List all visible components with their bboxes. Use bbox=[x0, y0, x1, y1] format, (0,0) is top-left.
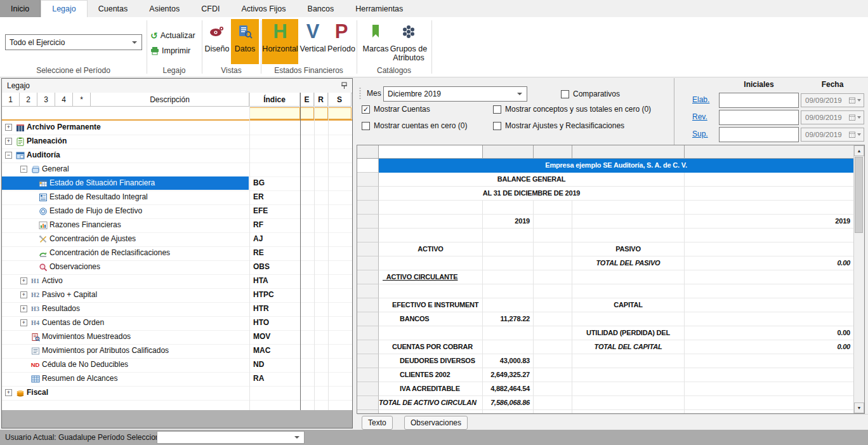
column-header-s[interactable]: S bbox=[328, 93, 352, 107]
calendar-icon[interactable] bbox=[849, 131, 864, 138]
sheet-cell-c[interactable] bbox=[534, 201, 572, 215]
sheet-cell-c[interactable] bbox=[534, 326, 572, 340]
imprimir-button[interactable]: Imprimir bbox=[150, 46, 190, 55]
sheet-cell-a[interactable]: ACTIVO bbox=[379, 242, 483, 256]
row-header[interactable] bbox=[357, 382, 379, 396]
sheet-cell-c[interactable] bbox=[534, 270, 572, 284]
checkbox-ajustes[interactable]: Mostrar Ajustes y Reclasificaciones bbox=[493, 121, 624, 130]
sheet-cell[interactable] bbox=[685, 187, 854, 201]
checkbox-comparativos[interactable]: Comparativos bbox=[561, 90, 620, 98]
sheet-cell-e[interactable] bbox=[685, 229, 854, 242]
row-header[interactable] bbox=[357, 159, 379, 173]
row-header[interactable] bbox=[357, 312, 379, 326]
tab-activos-fijos[interactable]: Activos Fijos bbox=[230, 0, 296, 17]
filter-r[interactable] bbox=[314, 107, 328, 119]
sheet-cell-a[interactable] bbox=[379, 326, 483, 340]
period-select[interactable]: Todo el Ejercicio bbox=[5, 34, 142, 50]
grupos-atributos-button[interactable]: Grupos de Atributos bbox=[388, 19, 429, 64]
checkbox-unchecked-icon[interactable] bbox=[362, 122, 370, 130]
sheet-cell-d[interactable] bbox=[572, 382, 685, 396]
filter-indice[interactable] bbox=[249, 107, 300, 119]
date-picker-elab[interactable]: 09/09/2019 bbox=[801, 93, 864, 107]
sheet-cell-b[interactable] bbox=[483, 229, 534, 242]
sheet-cell-c[interactable] bbox=[534, 242, 572, 256]
expand-icon[interactable]: + bbox=[5, 124, 12, 131]
iniciales-input-elab[interactable] bbox=[719, 93, 799, 108]
expand-icon[interactable]: + bbox=[20, 319, 27, 326]
expand-icon[interactable]: + bbox=[5, 389, 12, 396]
sheet-cell-e[interactable]: 0.00 bbox=[685, 326, 854, 340]
mes-select[interactable]: Diciembre 2019 bbox=[383, 86, 527, 102]
sheet-header-col-a[interactable] bbox=[379, 145, 483, 159]
scrollbar-thumb[interactable] bbox=[855, 157, 863, 233]
sheet-cell-d[interactable]: TOTAL DEL CAPITAL bbox=[572, 340, 685, 354]
sheet-cell-b[interactable]: 7,586,068.86 bbox=[483, 396, 534, 410]
sheet-cell-b[interactable] bbox=[483, 242, 534, 256]
marcas-button[interactable]: Marcas bbox=[363, 19, 388, 64]
sheet-cell-e[interactable] bbox=[685, 270, 854, 284]
row-header[interactable] bbox=[357, 201, 379, 215]
sheet-cell-c[interactable] bbox=[534, 298, 572, 312]
sheet-cell-d[interactable] bbox=[572, 312, 685, 326]
actualizar-button[interactable]: ↺ Actualizar bbox=[150, 30, 195, 41]
calendar-icon[interactable] bbox=[849, 114, 864, 121]
sheet-header-col-e[interactable] bbox=[685, 145, 854, 159]
sheet-cell-a[interactable] bbox=[379, 256, 483, 270]
row-header[interactable] bbox=[357, 256, 379, 270]
sheet-cell-c[interactable] bbox=[534, 256, 572, 270]
sheet-cell-d[interactable] bbox=[572, 229, 685, 242]
column-header-e[interactable]: E bbox=[300, 93, 314, 107]
iniciales-input-rev[interactable] bbox=[719, 110, 799, 125]
sheet-cell-c[interactable] bbox=[534, 215, 572, 229]
sheet-cell-e[interactable] bbox=[685, 354, 854, 368]
sheet-cell-c[interactable] bbox=[534, 340, 572, 354]
sheet-cell-b[interactable]: 2,649,325.27 bbox=[483, 368, 534, 382]
sheet-cell-b[interactable]: 4,882,464.54 bbox=[483, 382, 534, 396]
checkbox-mostrar-cuentas[interactable]: ✓Mostrar Cuentas bbox=[362, 105, 430, 114]
expand-icon[interactable]: + bbox=[20, 291, 27, 298]
sheet-cell-b[interactable] bbox=[483, 270, 534, 284]
sheet-cell-d[interactable] bbox=[572, 284, 685, 298]
collapse-icon[interactable]: − bbox=[20, 166, 27, 173]
row-header[interactable] bbox=[357, 187, 379, 201]
sheet-cell-e[interactable] bbox=[685, 242, 854, 256]
sheet-company-title-cell[interactable]: Empresa ejemplo SE Auditoría, S. A. de C… bbox=[379, 159, 854, 173]
row-header[interactable] bbox=[357, 270, 379, 284]
expand-icon[interactable]: + bbox=[5, 138, 12, 145]
column-header-3[interactable]: 3 bbox=[37, 93, 55, 107]
sheet-cell-c[interactable] bbox=[534, 396, 572, 410]
sheet-cell-c[interactable] bbox=[534, 368, 572, 382]
sheet-cell-a[interactable]: CLIENTES 2002 bbox=[379, 368, 483, 382]
link-rev[interactable]: Rev. bbox=[692, 112, 714, 121]
sheet-cell-a[interactable]: EFECTIVO E INSTRUMENT bbox=[379, 298, 483, 312]
sheet-cell-a[interactable] bbox=[379, 215, 483, 229]
sheet-cell-e[interactable]: 0.00 bbox=[685, 340, 854, 354]
datos-button[interactable]: Datos bbox=[231, 19, 259, 64]
tab-bancos[interactable]: Bancos bbox=[297, 0, 345, 17]
sheet-cell-b[interactable] bbox=[483, 284, 534, 298]
tab-asientos[interactable]: Asientos bbox=[138, 0, 190, 17]
row-header[interactable] bbox=[357, 326, 379, 340]
sheet-header-col-d[interactable] bbox=[572, 145, 685, 159]
sheet-cell-c[interactable] bbox=[534, 382, 572, 396]
sheet-title-cell[interactable]: BALANCE GENERAL bbox=[379, 173, 685, 187]
row-header[interactable] bbox=[357, 215, 379, 229]
link-elab[interactable]: Elab. bbox=[692, 95, 714, 104]
expand-icon[interactable]: + bbox=[20, 277, 27, 284]
sheet-cell-d[interactable] bbox=[572, 270, 685, 284]
expand-icon[interactable]: + bbox=[20, 305, 27, 312]
sheet-cell-d[interactable] bbox=[572, 354, 685, 368]
periodo-button[interactable]: P Período bbox=[327, 19, 356, 64]
row-header[interactable] bbox=[357, 340, 379, 354]
bottom-tab-texto[interactable]: Texto bbox=[362, 416, 393, 430]
sheet-cell-c[interactable] bbox=[534, 354, 572, 368]
row-header[interactable] bbox=[357, 354, 379, 368]
scroll-down-button[interactable]: ▼ bbox=[854, 402, 864, 413]
row-header[interactable] bbox=[357, 242, 379, 256]
sheet-cell-e[interactable]: 0.00 bbox=[685, 256, 854, 270]
sheet-cell-c[interactable] bbox=[534, 312, 572, 326]
status-period-select[interactable] bbox=[157, 431, 305, 444]
sheet-cell-a[interactable]: ACTIVO CIRCULANTE bbox=[379, 270, 483, 284]
sheet-cell-d[interactable] bbox=[572, 396, 685, 410]
sheet-cell-d[interactable]: TOTAL DEL PASIVO bbox=[572, 256, 685, 270]
